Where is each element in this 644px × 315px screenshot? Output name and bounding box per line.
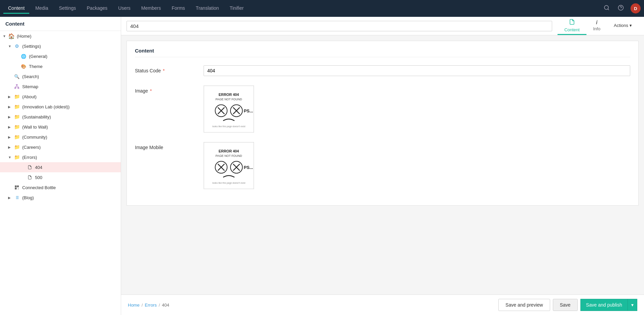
arrow-sustainability: ▶: [8, 115, 13, 119]
qr-icon: [13, 184, 20, 191]
breadcrumb-current: 404: [162, 303, 169, 308]
tab-actions[interactable]: Actions ▾: [607, 20, 639, 32]
sidebar-label-404: 404: [35, 165, 118, 170]
section-title: Content: [135, 48, 630, 57]
tab-info[interactable]: i Info: [586, 17, 607, 35]
home-icon: 🏠: [8, 33, 15, 39]
folder-innovation-icon: 📁: [13, 103, 20, 110]
folder-careers-icon: 📁: [13, 144, 20, 150]
nav-packages[interactable]: Packages: [82, 3, 112, 14]
info-tab-icon: i: [596, 20, 597, 26]
sidebar-item-500[interactable]: 500: [0, 172, 121, 182]
nav-media[interactable]: Media: [31, 3, 53, 14]
globe-icon: 🌐: [20, 53, 27, 60]
help-button[interactable]: [616, 3, 625, 14]
status-code-control: [204, 65, 630, 76]
content-footer: Home / Errors / 404 Save and preview Sav…: [121, 294, 644, 315]
nav-settings[interactable]: Settings: [54, 3, 81, 14]
sidebar: Content ▼ 🏠 (Home) ▼ ⚙ (Settings) 🌐 (Gen…: [0, 17, 121, 315]
search-tree-icon: 🔍: [13, 73, 20, 80]
status-code-required: *: [162, 68, 165, 73]
sidebar-item-community[interactable]: ▶ 📁 (Community): [0, 132, 121, 142]
sidebar-label-careers: (Careers): [22, 145, 118, 150]
arrow-careers: ▶: [8, 145, 13, 149]
svg-rect-6: [18, 88, 19, 89]
top-navigation: Content Media Settings Packages Users Me…: [0, 0, 644, 17]
gear-icon: ⚙: [13, 43, 20, 49]
page-title-input[interactable]: [127, 21, 552, 31]
sidebar-header: Content: [0, 17, 121, 31]
page-404-icon: [26, 164, 33, 171]
image-label: Image *: [135, 85, 195, 94]
sidebar-item-sitemap[interactable]: Sitemap: [0, 81, 121, 92]
search-icon: [604, 5, 610, 11]
paint-icon: 🎨: [20, 63, 27, 70]
error-mobile-image-svg: ERROR 404 PAGE NOT FOUND: [204, 142, 254, 189]
arrow-settings: ▼: [8, 44, 13, 48]
sidebar-item-theme[interactable]: 🎨 Theme: [0, 61, 121, 71]
tab-content-label: Content: [564, 27, 580, 32]
folder-about-icon: 📁: [13, 93, 20, 100]
sidebar-item-home[interactable]: ▼ 🏠 (Home): [0, 31, 121, 41]
arrow-errors: ▼: [8, 155, 13, 159]
breadcrumb-home[interactable]: Home: [128, 303, 140, 308]
save-button[interactable]: Save: [553, 299, 578, 311]
nav-forms[interactable]: Forms: [167, 3, 190, 14]
svg-rect-10: [15, 186, 16, 187]
nav-translation[interactable]: Translation: [191, 3, 224, 14]
image-mobile-preview[interactable]: ERROR 404 PAGE NOT FOUND: [204, 142, 254, 189]
status-code-label: Status Code *: [135, 65, 195, 73]
image-preview[interactable]: ERROR 404 PAGE NOT FOUND: [204, 85, 254, 133]
main-layout: Content ▼ 🏠 (Home) ▼ ⚙ (Settings) 🌐 (Gen…: [0, 17, 644, 315]
svg-rect-4: [16, 84, 17, 85]
folder-community-icon: 📁: [13, 134, 20, 140]
sidebar-label-errors: (Errors): [22, 155, 118, 160]
nav-items: Content Media Settings Packages Users Me…: [3, 3, 602, 14]
sidebar-item-settings[interactable]: ▼ ⚙ (Settings): [0, 41, 121, 51]
folder-walltowall-icon: 📁: [13, 124, 20, 130]
arrow-about: ▶: [8, 95, 13, 99]
sidebar-item-careers[interactable]: ▶ 📁 (Careers): [0, 142, 121, 152]
save-preview-button[interactable]: Save and preview: [498, 299, 550, 311]
sidebar-item-404[interactable]: 404: [0, 162, 121, 172]
search-button[interactable]: [602, 3, 611, 14]
arrow-innovation: ▶: [8, 105, 13, 109]
nav-content[interactable]: Content: [3, 3, 29, 14]
tab-content[interactable]: Content: [558, 17, 586, 35]
list-icon: [13, 194, 20, 201]
user-avatar[interactable]: D: [631, 3, 641, 13]
svg-text:ERROR 404: ERROR 404: [219, 149, 239, 153]
page-500-icon: [26, 174, 33, 181]
sidebar-item-general[interactable]: 🌐 (General): [0, 51, 121, 61]
svg-rect-5: [15, 88, 16, 89]
field-row-image-mobile: Image Mobile ERROR 404 PAGE NOT FOUND: [135, 142, 630, 189]
sidebar-label-settings: (Settings): [22, 44, 118, 49]
footer-actions: Save and preview Save Save and publish ▾: [498, 299, 637, 311]
help-icon: [618, 5, 624, 11]
sidebar-label-home: (Home): [17, 34, 118, 39]
svg-line-1: [608, 9, 609, 10]
sidebar-item-sustainability[interactable]: ▶ 📁 (Sustainability): [0, 112, 121, 122]
nav-tinifier[interactable]: Tinifier: [225, 3, 249, 14]
sidebar-label-connectedbottle: Connected Bottle: [22, 185, 118, 190]
sidebar-item-innovation[interactable]: ▶ 📁 (Innovation Lab (oldest)): [0, 102, 121, 112]
image-control: ERROR 404 PAGE NOT FOUND: [204, 85, 630, 133]
sidebar-item-errors[interactable]: ▼ 📁 (Errors): [0, 152, 121, 162]
sidebar-item-about[interactable]: ▶ 📁 (About): [0, 92, 121, 102]
nav-members[interactable]: Members: [137, 3, 166, 14]
sidebar-item-search[interactable]: 🔍 (Search): [0, 71, 121, 81]
save-publish-button[interactable]: Save and publish: [580, 299, 628, 311]
status-code-input[interactable]: [204, 65, 630, 76]
folder-sustainability-icon: 📁: [13, 113, 20, 120]
sidebar-label-sustainability: (Sustainability): [22, 114, 118, 119]
nav-users[interactable]: Users: [113, 3, 135, 14]
sidebar-item-connectedbottle[interactable]: Connected Bottle: [0, 182, 121, 193]
arrow-walltowall: ▶: [8, 125, 13, 129]
breadcrumb-errors[interactable]: Errors: [145, 303, 156, 308]
tab-actions-label: Actions: [614, 23, 628, 28]
save-publish-caret[interactable]: ▾: [628, 299, 637, 311]
sidebar-item-walltowall[interactable]: ▶ 📁 (Wall to Wall): [0, 122, 121, 132]
actions-chevron-icon: ▾: [630, 23, 632, 28]
sidebar-item-blog[interactable]: ▶ (Blog): [0, 193, 121, 203]
sidebar-label-general: (General): [29, 54, 118, 59]
